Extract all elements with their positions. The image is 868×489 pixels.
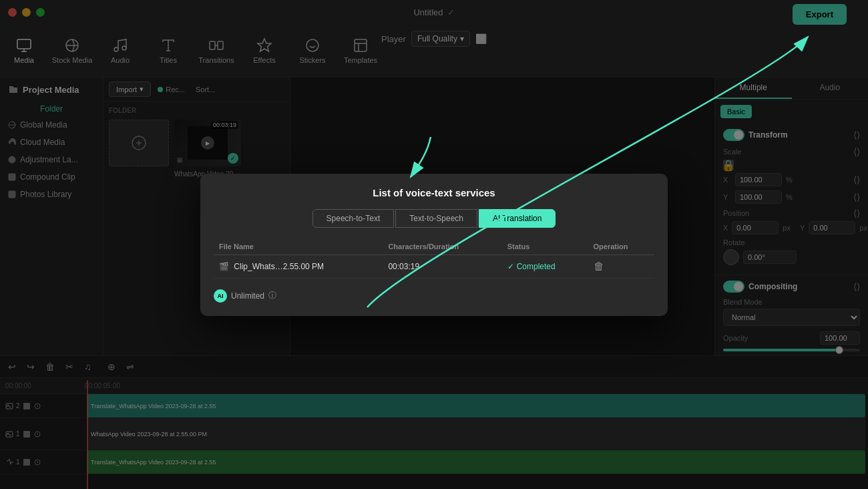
ai-label: Unlimited	[231, 291, 264, 301]
dialog-footer: AI Unlimited ⓘ	[214, 289, 654, 303]
row-filename: 🎬 Clip_Whats…2.55.00 PM	[214, 255, 383, 278]
col-filename: File Name	[214, 238, 383, 255]
status-completed: ✓ Completed	[507, 262, 583, 271]
dialog-table: File Name Characters/Duration Status Ope…	[214, 238, 654, 279]
dialog-title: List of voice-text services	[214, 187, 654, 198]
dialog-tab-ai-translation[interactable]: AI Translation	[479, 209, 556, 228]
dialog: List of voice-text services Speech-to-Te…	[200, 174, 668, 316]
ai-badge: AI Unlimited ⓘ	[214, 289, 276, 303]
table-row: 🎬 Clip_Whats…2.55.00 PM 00:03:19 ✓ Compl…	[214, 255, 654, 278]
delete-row-button[interactable]: 🗑	[594, 261, 604, 273]
dialog-tab-text-to-speech[interactable]: Text-to-Speech	[395, 209, 477, 228]
check-icon: ✓	[507, 262, 514, 271]
dialog-overlay: List of voice-text services Speech-to-Te…	[0, 0, 868, 489]
col-duration: Characters/Duration	[383, 238, 501, 255]
dialog-tab-speech-to-text[interactable]: Speech-to-Text	[312, 209, 395, 228]
col-operation: Operation	[588, 238, 655, 255]
row-duration: 00:03:19	[383, 255, 501, 278]
filename-text: Clip_Whats…2.55.00 PM	[234, 262, 324, 271]
status-text: Completed	[517, 262, 556, 271]
dialog-tabs: Speech-to-Text Text-to-Speech AI Transla…	[214, 209, 654, 228]
row-status: ✓ Completed	[502, 255, 588, 278]
ai-icon: AI	[214, 289, 227, 303]
col-status: Status	[502, 238, 588, 255]
info-icon[interactable]: ⓘ	[268, 290, 276, 301]
row-operation: 🗑	[588, 255, 655, 278]
